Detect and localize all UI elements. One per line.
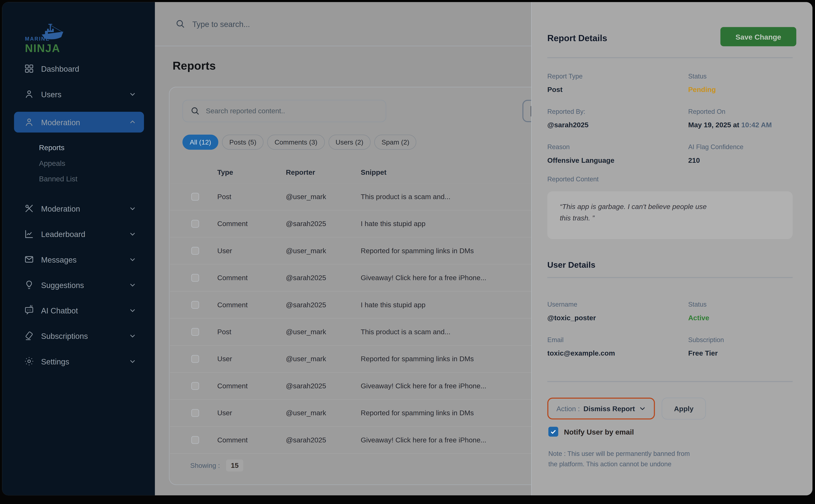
search-icon: [175, 19, 186, 29]
chevron-down-icon: [128, 204, 137, 213]
sidebar-item-ai-chatbot-7[interactable]: AIAI Chatbot: [14, 300, 144, 321]
field-value-suffix: 10:42 AM: [741, 121, 772, 129]
sidebar-item-label: Suggestions: [41, 280, 128, 289]
sidebar-item-label: Users: [41, 90, 128, 99]
chevron-down-icon: [128, 332, 137, 340]
sidebar-subitem-banned-list[interactable]: Banned List: [27, 171, 144, 186]
user-details-title: User Details: [547, 260, 595, 270]
note-line: the platform. This action cannot be undo…: [548, 459, 725, 469]
cell-reporter: @sarah2025: [286, 220, 361, 228]
sidebar-item-label: Settings: [41, 357, 128, 366]
cell-reporter: @user_mark: [286, 247, 361, 255]
sidebar-item-moderation-2[interactable]: Moderation: [14, 112, 144, 133]
chevron-up-icon: [128, 118, 137, 126]
row-checkbox[interactable]: [191, 247, 199, 255]
field-value: Offensive Language: [547, 156, 688, 165]
chevron-down-icon: [639, 405, 646, 412]
field-label: Subscription: [688, 336, 802, 344]
chevron-down-icon: [128, 306, 137, 314]
sidebar-item-dashboard-0[interactable]: Dashboard: [14, 58, 144, 79]
showing-count[interactable]: 15: [226, 459, 243, 471]
field-status: StatusPending: [688, 73, 802, 94]
cell-reporter: @sarah2025: [286, 436, 361, 444]
quote-line: this trash. ”: [560, 213, 780, 224]
field-value: Active: [688, 313, 802, 322]
chevron-down-icon: [128, 357, 137, 365]
field-label: Status: [688, 301, 802, 309]
cell-type: Comment: [217, 436, 286, 444]
showing-label: Showing :: [190, 462, 220, 469]
divider: [547, 381, 793, 382]
row-checkbox[interactable]: [191, 193, 199, 201]
field-value: 210: [688, 156, 802, 165]
field-label: AI Flag Confidence: [688, 143, 802, 151]
divider: [547, 57, 793, 58]
sidebar-item-label: AI Chatbot: [41, 306, 128, 315]
row-checkbox[interactable]: [191, 382, 199, 390]
cell-type: Comment: [217, 220, 286, 228]
filter-chip-all-12-[interactable]: All (12): [182, 135, 218, 150]
reported-content-searchbox: [182, 100, 386, 122]
user-icon: [24, 89, 34, 99]
filter-chip-posts-5-[interactable]: Posts (5): [222, 135, 264, 150]
field-label: Reason: [547, 143, 688, 151]
cell-type: Comment: [217, 382, 286, 390]
cell-type: Comment: [217, 301, 286, 309]
field-label: Email: [547, 336, 688, 344]
row-checkbox[interactable]: [191, 436, 199, 444]
sidebar-item-suggestions-6[interactable]: Suggestions: [14, 275, 144, 295]
field-value: Pending: [688, 85, 802, 94]
cell-type: User: [217, 409, 286, 417]
notify-checkbox[interactable]: [548, 427, 558, 437]
action-dropdown[interactable]: Action : Dismiss Report: [547, 398, 655, 420]
field-value: @toxic_poster: [547, 313, 688, 322]
global-search-input[interactable]: [192, 19, 400, 28]
field-label: Status: [688, 73, 802, 81]
save-change-button[interactable]: Save Change: [720, 27, 796, 46]
sidebar-subnav: ReportsAppealsBanned List: [27, 140, 144, 187]
field-reason: ReasonOffensive Language: [547, 143, 688, 165]
field-value: Post: [547, 85, 688, 94]
apply-button[interactable]: Apply: [662, 398, 706, 420]
filter-chips: All (12)Posts (5)Comments (3)Users (2)Sp…: [182, 135, 416, 150]
sidebar-item-users-1[interactable]: Users: [14, 84, 144, 104]
filter-chip-users-2-[interactable]: Users (2): [328, 135, 371, 150]
sidebar-item-label: Moderation: [41, 204, 128, 213]
sidebar-item-label: Messages: [41, 255, 128, 264]
reported-content-quote: “This app is garbage. I can't believe pe…: [547, 191, 793, 239]
sidebar-item-label: Leaderboard: [41, 229, 128, 238]
ai-chat-icon: AI: [24, 305, 34, 315]
sidebar-subitem-appeals[interactable]: Appeals: [27, 155, 144, 171]
sidebar-item-subscriptions-8[interactable]: Subscriptions: [14, 325, 144, 346]
sidebar-item-leaderboard-4[interactable]: Leaderboard: [14, 224, 144, 244]
row-checkbox[interactable]: [191, 409, 199, 417]
row-checkbox[interactable]: [191, 220, 199, 228]
filter-chip-comments-3-[interactable]: Comments (3): [267, 135, 325, 150]
filter-chip-spam-2-[interactable]: Spam (2): [374, 135, 417, 150]
notify-label: Notify User by email: [564, 428, 634, 436]
sidebar-item-moderation-3[interactable]: Moderation: [14, 198, 144, 219]
search-icon: [190, 106, 200, 116]
sidebar-item-settings-9[interactable]: Settings: [14, 351, 144, 372]
mail-icon: [24, 254, 34, 265]
field-label: Reported By:: [547, 108, 688, 116]
row-checkbox[interactable]: [191, 274, 199, 282]
row-checkbox[interactable]: [191, 328, 199, 336]
screenshot-stage: MARINE NINJA DashboardUsersModerationRep…: [0, 0, 815, 504]
row-checkbox[interactable]: [191, 301, 199, 309]
field-value: toxic@example.com: [547, 349, 688, 358]
sidebar-subitem-reports[interactable]: Reports: [27, 140, 144, 155]
row-checkbox[interactable]: [191, 355, 199, 363]
brand-name-text: NINJA: [25, 42, 60, 55]
chevron-down-icon: [128, 230, 137, 238]
notify-row: Notify User by email: [548, 427, 634, 437]
field-status: StatusActive: [688, 301, 802, 322]
cell-type: Comment: [217, 274, 286, 282]
field-ai-flag-confidence: AI Flag Confidence210: [688, 143, 802, 165]
sidebar-item-messages-5[interactable]: Messages: [14, 249, 144, 270]
cell-type: User: [217, 355, 286, 363]
field-reported-on: Reported OnMay 19, 2025 at 10:42 AM: [688, 108, 802, 129]
cell-reporter: @user_mark: [286, 328, 361, 336]
chevron-down-icon: [128, 90, 137, 98]
reported-content-search-input[interactable]: [206, 107, 377, 115]
